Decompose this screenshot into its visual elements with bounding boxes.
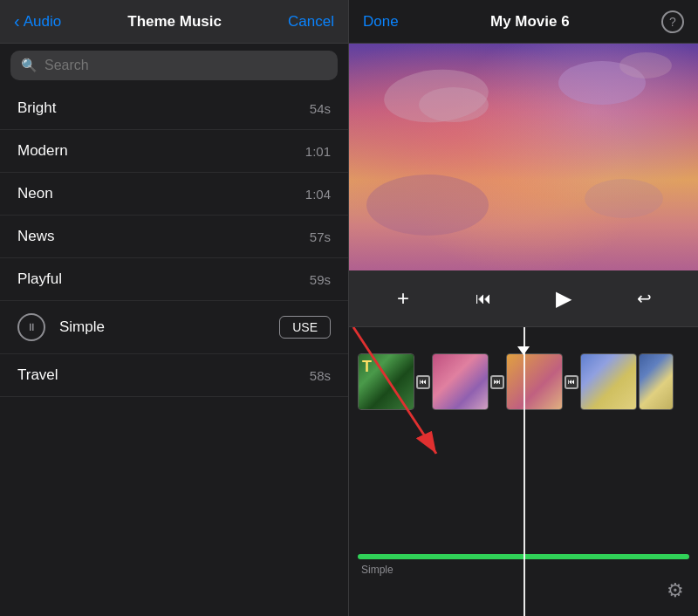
cancel-button[interactable]: Cancel bbox=[288, 13, 334, 31]
preview-area bbox=[349, 44, 698, 270]
list-item[interactable]: Travel 58s bbox=[0, 354, 348, 397]
done-button[interactable]: Done bbox=[363, 13, 399, 31]
music-duration: 59s bbox=[310, 272, 331, 287]
use-button[interactable]: USE bbox=[279, 316, 331, 339]
right-panel: Done My Movie 6 ? + ⏮ ▶ ↩ T bbox=[349, 0, 698, 616]
clip-inner bbox=[433, 354, 488, 409]
transition-icon: ⏮ bbox=[568, 378, 575, 386]
cloud bbox=[585, 179, 663, 218]
music-name: Neon bbox=[17, 185, 53, 202]
clip-thumb[interactable]: T bbox=[358, 353, 414, 410]
back-chevron-icon: ‹ bbox=[14, 12, 20, 30]
search-input[interactable] bbox=[44, 58, 327, 73]
cloud bbox=[619, 52, 672, 79]
search-icon: 🔍 bbox=[21, 58, 38, 73]
pause-button[interactable]: ⏸ bbox=[17, 313, 45, 341]
list-item[interactable]: News 57s bbox=[0, 216, 348, 258]
music-name: News bbox=[17, 228, 55, 245]
music-duration: 1:01 bbox=[305, 144, 331, 159]
back-button[interactable]: ‹ Audio bbox=[14, 13, 61, 31]
music-duration: 54s bbox=[310, 101, 331, 116]
transition-icon: ⏮ bbox=[420, 378, 427, 386]
music-track-label: Simple bbox=[361, 564, 393, 576]
gear-button[interactable]: ⚙ bbox=[667, 579, 684, 602]
transition-marker[interactable]: ⏮ bbox=[416, 375, 430, 389]
left-panel: ‹ Audio Theme Music Cancel 🔍 Bright 54s … bbox=[0, 0, 349, 616]
list-item[interactable]: Bright 54s bbox=[0, 87, 348, 130]
search-bar: 🔍 bbox=[10, 51, 338, 80]
clip-inner bbox=[640, 354, 673, 409]
cloud bbox=[419, 87, 489, 122]
timeline-container: T ⏮ ⏭ ⏮ bbox=[349, 327, 698, 616]
clip-thumb[interactable] bbox=[639, 353, 674, 410]
rewind-button[interactable]: ⏮ bbox=[466, 281, 501, 316]
transition-marker[interactable]: ⏭ bbox=[490, 375, 504, 389]
transition-marker[interactable]: ⏮ bbox=[565, 375, 578, 389]
add-button[interactable]: + bbox=[386, 281, 421, 316]
list-item[interactable]: Neon 1:04 bbox=[0, 173, 348, 216]
music-duration: 1:04 bbox=[305, 187, 331, 202]
playhead-triangle bbox=[517, 346, 530, 355]
list-item[interactable]: Playful 59s bbox=[0, 258, 348, 301]
music-name: Modern bbox=[17, 142, 68, 160]
music-item-left: ⏸ Simple bbox=[17, 313, 105, 341]
list-item[interactable]: Modern 1:01 bbox=[0, 130, 348, 173]
transition-icon: ⏭ bbox=[494, 378, 501, 386]
clip-thumb[interactable] bbox=[506, 353, 563, 410]
timeline-area: T ⏮ ⏭ ⏮ bbox=[349, 327, 698, 616]
undo-button[interactable]: ↩ bbox=[626, 281, 661, 316]
music-name: Playful bbox=[17, 270, 62, 288]
cloud bbox=[366, 175, 489, 236]
clip-inner bbox=[581, 354, 636, 409]
play-button[interactable]: ▶ bbox=[546, 281, 581, 316]
help-button[interactable]: ? bbox=[661, 10, 684, 33]
clip-inner bbox=[507, 354, 562, 409]
music-duration: 57s bbox=[310, 229, 331, 244]
clip-thumb[interactable] bbox=[432, 353, 489, 410]
movie-title: My Movie 6 bbox=[490, 13, 570, 31]
music-list: Bright 54s Modern 1:01 Neon 1:04 News 57… bbox=[0, 87, 348, 616]
music-duration: 58s bbox=[310, 368, 331, 383]
pause-icon: ⏸ bbox=[26, 321, 37, 333]
clip-thumb[interactable] bbox=[580, 353, 637, 410]
playback-controls: + ⏮ ▶ ↩ bbox=[349, 270, 698, 327]
text-overlay-icon: T bbox=[362, 358, 372, 376]
back-label: Audio bbox=[24, 13, 61, 31]
list-item-simple[interactable]: ⏸ Simple USE bbox=[0, 301, 348, 354]
music-name: Travel bbox=[17, 366, 58, 384]
left-header: ‹ Audio Theme Music Cancel bbox=[0, 0, 348, 44]
right-header: Done My Movie 6 ? bbox=[349, 0, 698, 44]
music-name: Simple bbox=[59, 318, 105, 336]
music-name: Bright bbox=[17, 99, 56, 117]
playhead bbox=[524, 327, 525, 616]
panel-title: Theme Music bbox=[127, 13, 222, 31]
